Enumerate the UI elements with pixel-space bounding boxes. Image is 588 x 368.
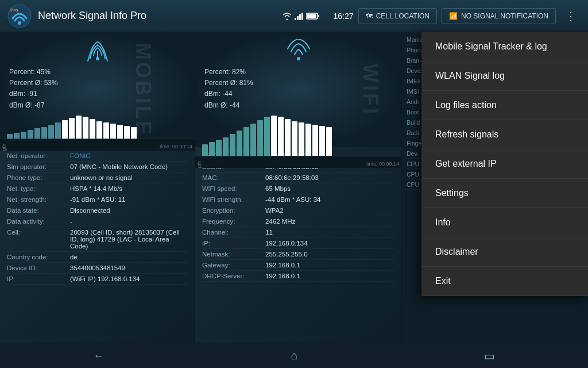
wifi-bar-16: [312, 125, 318, 156]
dropdown-item-wlan-signal-log[interactable]: WLAN Signal log: [421, 62, 588, 91]
wifi-info-value: 11: [265, 229, 394, 236]
mobile-signal-icon: [83, 39, 112, 62]
mobile-info-row: Data activity:-: [7, 216, 188, 227]
wifi-bar-11: [278, 117, 284, 156]
mobile-chart-area: MOBILE Percent: 45% Percent Ø: 53% dBm: …: [0, 32, 195, 147]
topbar-actions: 16:27 🗺 CELL LOCATION 📶 NO SIGNAL NOTIFI…: [282, 7, 581, 25]
mobile-stats: Percent: 45% Percent Ø: 53% dBm: -91 dBm…: [0, 64, 195, 113]
wifi-info-label: Encryption:: [202, 207, 265, 214]
back-button[interactable]: ←: [70, 344, 127, 367]
svg-point-1: [18, 21, 21, 25]
mobile-bar-18: [131, 127, 137, 139]
mobile-info-label: IP:: [7, 275, 70, 282]
wifi-info-value: 2462 MHz: [265, 218, 394, 225]
svg-rect-5: [299, 14, 301, 20]
mobile-info-value: 20093 (Cell ID, short) 28135037 (Cell ID…: [70, 229, 188, 250]
mobile-info-row: Net. operator:FONIC: [7, 151, 188, 162]
wifi-info-label: Gateway:: [202, 262, 265, 269]
svg-rect-6: [301, 13, 303, 20]
mobile-info-value: Disconnected: [70, 207, 188, 214]
mobile-info-value: FONIC: [70, 152, 188, 159]
wifi-dbm: dBm: -44: [204, 89, 392, 99]
dropdown-item-log-files-action[interactable]: Log files action: [421, 91, 588, 120]
svg-text:Pro: Pro: [10, 7, 18, 13]
dropdown-item-exit[interactable]: Exit: [421, 267, 588, 296]
wifi-info-row: Encryption:WPA2: [202, 205, 394, 216]
dropdown-item-info[interactable]: Info: [421, 208, 588, 237]
no-signal-button[interactable]: 📶 NO SIGNAL NOTIFICATION: [442, 8, 556, 24]
wifi-info-row: Frequency:2462 MHz: [202, 216, 394, 227]
dropdown-item-settings[interactable]: Settings: [421, 179, 588, 208]
mobile-info-row: Country code:de: [7, 252, 188, 263]
status-icons: [282, 12, 320, 20]
wifi-info-row: WiFi strength:-44 dBm * ASU: 34: [202, 194, 394, 205]
wifi-signal-icon: [284, 39, 313, 62]
mobile-info-label: Cell:: [7, 229, 70, 250]
mobile-info-value: -: [70, 218, 188, 225]
mobile-panel: MOBILE Percent: 45% Percent Ø: 53% dBm: …: [0, 32, 195, 343]
recent-button[interactable]: ▭: [461, 344, 518, 367]
wifi-bar-3: [223, 137, 229, 156]
wifi-bar-2: [216, 140, 222, 156]
mobile-info-label: Phone type:: [7, 174, 70, 181]
wifi-info-label: WiFi strength:: [202, 196, 265, 203]
wifi-info-row: MAC:08:60:6e:29:58:03: [202, 172, 394, 183]
wifi-info-row: IP:192.168.0.134: [202, 238, 394, 249]
mobile-percent: Percent: 45%: [9, 67, 185, 78]
mobile-bar-4: [34, 128, 40, 139]
wifi-signal-icon-area: [195, 32, 401, 64]
mobile-line-chart: strength -91 time: 00:00:14: [0, 139, 195, 151]
mobile-info-label: Net. type:: [7, 185, 70, 192]
mobile-bar-3: [28, 130, 33, 139]
home-button[interactable]: ⌂: [268, 344, 320, 367]
mobile-info-label: Data activity:: [7, 218, 70, 225]
cell-location-button[interactable]: 🗺 CELL LOCATION: [358, 8, 437, 24]
mobile-dbm-avg: dBm Ø: -87: [9, 100, 185, 111]
wifi-info-value: 255.255.255.0: [265, 251, 394, 258]
mobile-dbm: dBm: -91: [9, 89, 185, 99]
wifi-info-value: -44 dBm * ASU: 34: [265, 196, 394, 203]
wifi-bar-6: [243, 127, 249, 156]
wifi-bar-chart: [195, 116, 401, 156]
mobile-info-row: Phone type:unknown or no signal: [7, 172, 188, 183]
mobile-info-row: Net. type:HSPA * 14.4 Mb/s: [7, 183, 188, 194]
mobile-info-value: -91 dBm * ASU: 11: [70, 196, 188, 203]
overflow-menu-button[interactable]: ⋮: [560, 7, 581, 25]
wifi-info-row: Netmask:255.255.255.0: [202, 249, 394, 260]
wifi-bar-9: [264, 117, 270, 156]
signal-icon: 📶: [449, 12, 458, 20]
mobile-bar-0: [7, 134, 13, 139]
wifi-info-label: IP:: [202, 240, 265, 247]
mobile-info-table: Net. operator:FONICSim operator:07 (MNC …: [0, 147, 195, 288]
mobile-info-label: Net. operator:: [7, 152, 70, 159]
mobile-info-value: unknown or no signal: [70, 174, 188, 181]
wifi-bar-18: [326, 127, 332, 156]
wifi-percent: Percent: 82%: [204, 67, 392, 78]
dropdown-item-mobile-signal-tracker[interactable]: Mobile Signal Tracker & log: [421, 32, 588, 62]
time-display: 16:27: [334, 12, 354, 21]
mobile-bar-12: [90, 119, 95, 139]
wifi-bar-17: [319, 126, 325, 156]
wifi-y-axis-label: strength: [196, 161, 202, 168]
mobile-info-row: Data state:Disconnected: [7, 205, 188, 216]
dropdown-item-refresh-signals[interactable]: Refresh signals: [421, 120, 588, 150]
mobile-percent-avg: Percent Ø: 53%: [9, 78, 185, 89]
mobile-bar-16: [117, 125, 123, 139]
wifi-info-row: Channel:11: [202, 227, 394, 238]
svg-point-13: [297, 57, 300, 60]
bottom-navigation: ← ⌂ ▭: [0, 343, 588, 368]
mobile-info-label: Net. strength:: [7, 196, 70, 203]
mobile-info-row: Net. strength:-91 dBm * ASU: 11: [7, 194, 188, 205]
dropdown-item-get-external-ip[interactable]: Get external IP: [421, 150, 588, 179]
wifi-chart-time: time: 00:00:14: [366, 161, 399, 167]
mobile-info-value: (WiFi IP) 192.168.0.134: [70, 275, 188, 282]
mobile-bar-5: [41, 127, 47, 139]
wifi-bar-13: [292, 121, 297, 156]
mobile-bar-8: [62, 120, 68, 139]
mobile-info-value: HSPA * 14.4 Mb/s: [70, 185, 188, 192]
mobile-bar-11: [83, 117, 88, 139]
wifi-percent-avg: Percent Ø: 81%: [204, 78, 392, 89]
dropdown-item-disclaimer[interactable]: Disclaimer: [421, 237, 588, 267]
wifi-info-value: WPA2: [265, 207, 394, 214]
app-title: Network Signal Info Pro: [38, 10, 282, 22]
